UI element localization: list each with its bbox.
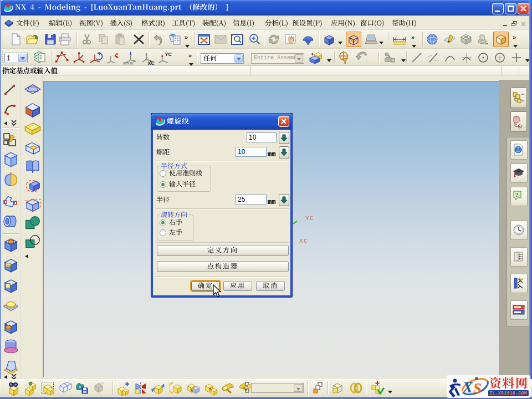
svg-text:?: ? xyxy=(515,191,519,198)
svg-text:S: S xyxy=(473,380,482,397)
svg-text:YC: YC xyxy=(165,52,172,57)
svg-text:XC: XC xyxy=(148,60,155,65)
svg-text:X: X xyxy=(462,379,473,396)
svg-text:(0,0,0): (0,0,0) xyxy=(123,61,133,65)
